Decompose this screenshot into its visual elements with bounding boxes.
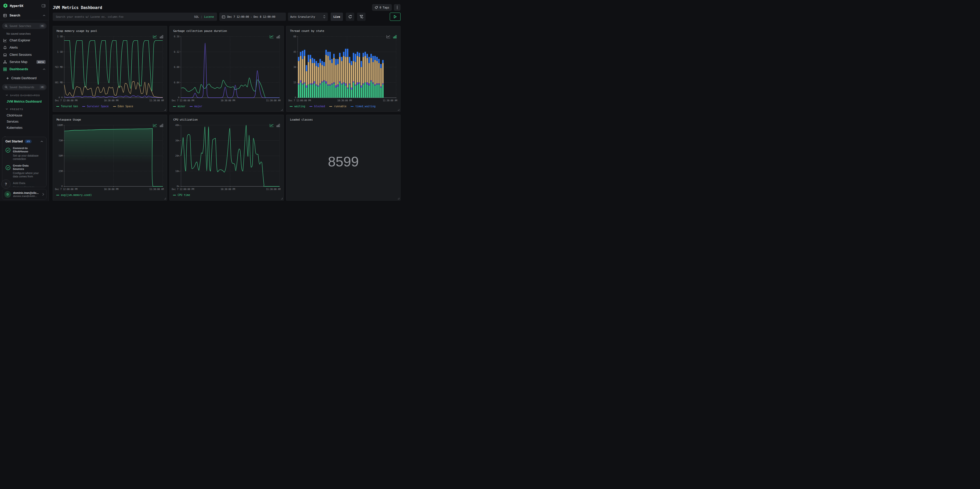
sql-toggle[interactable]: SQL: [194, 15, 199, 18]
get-started-step-sources[interactable]: Create Data Sources Configure where your…: [5, 164, 43, 178]
legend-item[interactable]: Survivor Space: [82, 105, 108, 108]
svg-text:0: 0: [178, 96, 180, 98]
time-range-picker[interactable]: Dec 7 12:00:00 - Dec 8 12:00:00: [219, 13, 286, 21]
legend-item[interactable]: avg(jvm.memory.used): [56, 194, 92, 196]
refresh-icon: [348, 15, 352, 19]
x-tick: 11:30:00 AM: [150, 99, 164, 102]
help-button[interactable]: ?: [1, 180, 11, 189]
sidebar-item-label: Service Map: [10, 60, 27, 64]
search-icon: [5, 24, 8, 27]
sidebar-item-search[interactable]: Search: [0, 11, 49, 19]
x-tick: 10:30:00 PM: [104, 188, 118, 191]
line-chart-icon[interactable]: [387, 35, 390, 38]
sidebar-item-client-sessions[interactable]: Client Sessions: [0, 51, 49, 58]
gc-pause-chart[interactable]: 0.160.120.080.040: [172, 35, 282, 98]
run-query-button[interactable]: [390, 13, 401, 21]
legend-item[interactable]: waiting: [290, 105, 305, 108]
resize-handle[interactable]: [398, 109, 399, 111]
user-account-row[interactable]: D dominic.tran@clic... dominic.tran@clic…: [2, 189, 46, 200]
line-chart-icon[interactable]: [270, 124, 274, 127]
panel-loaded-classes[interactable]: Loaded classes 8599: [286, 115, 401, 201]
x-tick: 11:30:00 AM: [266, 99, 280, 102]
saved-searches-input[interactable]: Saved Searches ⌘K: [2, 23, 46, 29]
line-chart-icon[interactable]: [270, 35, 274, 38]
bar-chart-icon[interactable]: [160, 35, 163, 38]
panel-title: Garbage collection pause duration: [173, 29, 227, 33]
step-title: Create Data Sources: [13, 164, 40, 171]
chevron-down-icon: [6, 94, 8, 96]
preset-link-services[interactable]: Services: [0, 119, 49, 124]
live-button[interactable]: Live: [331, 13, 343, 21]
chart-legend[interactable]: Tenured GenSurvivor SpaceEden Space: [56, 105, 133, 108]
x-tick: Dec 7 12:00:00 PM: [172, 99, 194, 102]
sidebar-item-service-map[interactable]: Service Map BETA: [0, 58, 49, 65]
resize-handle[interactable]: [164, 109, 166, 111]
sidebar-item-dashboards[interactable]: Dashboards: [0, 65, 49, 73]
legend-item[interactable]: timed_waiting: [351, 105, 375, 108]
get-started-step-add-data[interactable]: Add Data Start sending logs, metrics, or…: [5, 182, 43, 187]
resize-handle[interactable]: [398, 198, 399, 199]
tag-icon: [375, 6, 378, 9]
bar-chart-icon[interactable]: [276, 124, 280, 127]
legend-item[interactable]: major: [190, 105, 202, 108]
panel-heap-memory[interactable]: Heap memory usage by pool 1 GB1 GB763 MB…: [53, 26, 167, 112]
line-chart-icon[interactable]: [153, 35, 157, 38]
resize-handle[interactable]: [281, 109, 283, 111]
bar-chart-icon[interactable]: [393, 35, 397, 38]
refresh-button[interactable]: [346, 13, 354, 21]
x-tick: 10:30:00 PM: [221, 99, 235, 102]
resize-handle[interactable]: [281, 198, 283, 199]
bar-chart-icon[interactable]: [160, 124, 163, 127]
chart-legend[interactable]: minormajor: [173, 105, 202, 108]
svg-text:50M: 50M: [59, 155, 63, 157]
panel-cpu[interactable]: CPU utilization 40%30%20%10%0% Dec 7 12:…: [169, 115, 284, 201]
panel-metaspace[interactable]: Metaspace Usage 100M75M50M25M0 Dec 7 12:…: [53, 115, 167, 201]
tags-button[interactable]: 0 Tags: [372, 4, 392, 11]
bell-icon: [3, 46, 7, 49]
sidebar-collapse-icon[interactable]: [41, 4, 46, 8]
chart-legend[interactable]: avg(jvm.memory.used): [56, 194, 92, 196]
legend-item[interactable]: Eden Space: [113, 105, 133, 108]
heap-memory-chart[interactable]: 1 GB1 GB763 MB381 MB0 B: [55, 35, 165, 98]
chevron-up-icon[interactable]: [43, 15, 46, 16]
chart-legend[interactable]: CPU time: [173, 194, 190, 196]
sidebar-item-chart-explorer[interactable]: Chart Explorer: [0, 37, 49, 44]
panel-gc-pause[interactable]: Garbage collection pause duration 0.160.…: [169, 26, 284, 112]
panel-thread-count[interactable]: Thread count by state 604530150 Dec 7 12…: [286, 26, 401, 112]
preset-link-clickhouse[interactable]: ClickHouse: [0, 113, 49, 118]
more-menu-button[interactable]: [394, 4, 401, 11]
resize-handle[interactable]: [164, 198, 166, 199]
lucene-toggle[interactable]: Lucene: [204, 15, 214, 18]
panel-title: Thread count by state: [290, 29, 324, 33]
section-presets[interactable]: PRESETS: [0, 106, 49, 112]
panel-title: Loaded classes: [290, 118, 313, 121]
saved-dashboards-input[interactable]: Saved Dashboards ⌘K: [2, 84, 46, 90]
legend-item[interactable]: blocked: [310, 105, 325, 108]
dashboard-link-jvm-metrics[interactable]: JVM Metrics Dashboard: [0, 99, 49, 104]
avatar: D: [4, 191, 11, 198]
preset-link-kubernetes[interactable]: Kubernetes: [0, 125, 49, 131]
legend-item[interactable]: Tenured Gen: [56, 105, 78, 108]
bar-chart-icon[interactable]: [276, 35, 280, 38]
granularity-select[interactable]: Auto Granularity: [288, 13, 328, 21]
line-chart-icon[interactable]: [153, 124, 157, 127]
event-search-input[interactable]: Search your events w/ Lucene ex. column:…: [53, 13, 217, 21]
legend-item[interactable]: runnable: [329, 105, 346, 108]
chart-legend[interactable]: waitingblockedrunnabletimed_waiting: [290, 105, 375, 108]
create-dashboard-button[interactable]: Create Dashboard: [0, 75, 49, 81]
legend-item[interactable]: CPU time: [173, 194, 190, 196]
chevron-up-icon[interactable]: [40, 141, 43, 142]
chevron-up-icon[interactable]: [43, 68, 46, 70]
svg-text:45: 45: [293, 51, 296, 53]
sidebar-item-alerts[interactable]: Alerts: [0, 44, 49, 51]
section-saved-dashboards[interactable]: SAVED DASHBOARDS: [0, 92, 49, 98]
cpu-chart[interactable]: 40%30%20%10%0%: [172, 124, 282, 187]
thread-count-chart[interactable]: 604530150: [288, 35, 398, 98]
x-tick: 11:30:00 AM: [150, 188, 164, 191]
svg-text:381 MB: 381 MB: [55, 81, 63, 84]
svg-text:30%: 30%: [175, 139, 180, 142]
filter-button[interactable]: [357, 13, 366, 21]
legend-item[interactable]: minor: [173, 105, 185, 108]
get-started-step-connect[interactable]: Connect to ClickHouse Set up your databa…: [5, 147, 43, 161]
metaspace-chart[interactable]: 100M75M50M25M0: [55, 124, 165, 187]
